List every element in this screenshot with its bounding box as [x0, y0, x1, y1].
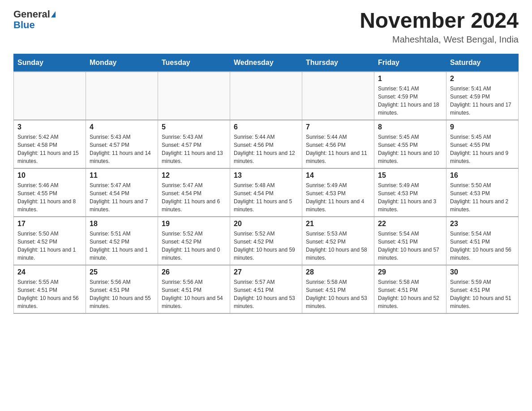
table-row: 25Sunrise: 5:56 AM Sunset: 4:51 PM Dayli… — [86, 265, 158, 313]
table-row: 22Sunrise: 5:54 AM Sunset: 4:51 PM Dayli… — [374, 217, 446, 265]
day-info: Sunrise: 5:58 AM Sunset: 4:51 PM Dayligh… — [306, 278, 370, 310]
day-number: 9 — [450, 123, 515, 131]
day-number: 3 — [17, 123, 82, 131]
day-number: 15 — [378, 171, 442, 180]
day-info: Sunrise: 5:54 AM Sunset: 4:51 PM Dayligh… — [378, 230, 442, 262]
calendar-week-row: 3Sunrise: 5:42 AM Sunset: 4:58 PM Daylig… — [14, 120, 519, 168]
col-tuesday: Tuesday — [158, 54, 230, 72]
day-number: 4 — [90, 123, 154, 131]
day-number: 21 — [306, 220, 370, 228]
day-info: Sunrise: 5:45 AM Sunset: 4:55 PM Dayligh… — [378, 133, 442, 165]
col-thursday: Thursday — [302, 54, 374, 72]
logo: General Blue — [13, 9, 56, 30]
table-row: 16Sunrise: 5:50 AM Sunset: 4:53 PM Dayli… — [446, 168, 519, 217]
day-number: 5 — [162, 123, 226, 131]
logo-general-text: General — [13, 9, 50, 20]
table-row: 30Sunrise: 5:59 AM Sunset: 4:51 PM Dayli… — [446, 265, 519, 313]
page-header: General Blue November 2024 Maheshtala, W… — [13, 9, 519, 45]
day-info: Sunrise: 5:52 AM Sunset: 4:52 PM Dayligh… — [162, 230, 226, 262]
table-row: 28Sunrise: 5:58 AM Sunset: 4:51 PM Dayli… — [302, 265, 374, 313]
table-row: 18Sunrise: 5:51 AM Sunset: 4:52 PM Dayli… — [86, 217, 158, 265]
table-row: 23Sunrise: 5:54 AM Sunset: 4:51 PM Dayli… — [446, 217, 519, 265]
day-info: Sunrise: 5:56 AM Sunset: 4:51 PM Dayligh… — [162, 278, 226, 310]
calendar-table: Sunday Monday Tuesday Wednesday Thursday… — [13, 54, 519, 314]
col-saturday: Saturday — [446, 54, 519, 72]
day-number: 24 — [17, 268, 82, 276]
calendar-week-row: 10Sunrise: 5:46 AM Sunset: 4:55 PM Dayli… — [14, 168, 519, 217]
day-number: 18 — [90, 220, 154, 228]
day-number: 25 — [90, 268, 154, 276]
day-info: Sunrise: 5:48 AM Sunset: 4:54 PM Dayligh… — [234, 181, 298, 214]
col-wednesday: Wednesday — [230, 54, 302, 72]
table-row: 5Sunrise: 5:43 AM Sunset: 4:57 PM Daylig… — [158, 120, 230, 168]
day-number: 6 — [234, 123, 298, 131]
day-info: Sunrise: 5:44 AM Sunset: 4:56 PM Dayligh… — [234, 133, 298, 165]
day-number: 16 — [450, 171, 515, 180]
day-info: Sunrise: 5:58 AM Sunset: 4:51 PM Dayligh… — [378, 278, 442, 310]
day-number: 14 — [306, 171, 370, 180]
col-monday: Monday — [86, 54, 158, 72]
col-friday: Friday — [374, 54, 446, 72]
day-number: 22 — [378, 220, 442, 228]
table-row — [302, 72, 374, 120]
day-info: Sunrise: 5:41 AM Sunset: 4:59 PM Dayligh… — [378, 85, 442, 117]
day-info: Sunrise: 5:52 AM Sunset: 4:52 PM Dayligh… — [234, 230, 298, 262]
day-info: Sunrise: 5:41 AM Sunset: 4:59 PM Dayligh… — [450, 85, 515, 117]
day-info: Sunrise: 5:49 AM Sunset: 4:53 PM Dayligh… — [306, 181, 370, 214]
day-info: Sunrise: 5:47 AM Sunset: 4:54 PM Dayligh… — [90, 181, 154, 214]
day-number: 28 — [306, 268, 370, 276]
table-row: 2Sunrise: 5:41 AM Sunset: 4:59 PM Daylig… — [446, 72, 519, 120]
day-number: 23 — [450, 220, 515, 228]
day-info: Sunrise: 5:44 AM Sunset: 4:56 PM Dayligh… — [306, 133, 370, 165]
table-row: 7Sunrise: 5:44 AM Sunset: 4:56 PM Daylig… — [302, 120, 374, 168]
table-row: 6Sunrise: 5:44 AM Sunset: 4:56 PM Daylig… — [230, 120, 302, 168]
day-number: 12 — [162, 171, 226, 180]
day-info: Sunrise: 5:59 AM Sunset: 4:51 PM Dayligh… — [450, 278, 515, 310]
location-text: Maheshtala, West Bengal, India — [360, 34, 519, 45]
table-row: 21Sunrise: 5:53 AM Sunset: 4:52 PM Dayli… — [302, 217, 374, 265]
day-info: Sunrise: 5:54 AM Sunset: 4:51 PM Dayligh… — [450, 230, 515, 262]
table-row — [158, 72, 230, 120]
day-number: 20 — [234, 220, 298, 228]
table-row — [230, 72, 302, 120]
day-info: Sunrise: 5:56 AM Sunset: 4:51 PM Dayligh… — [90, 278, 154, 310]
table-row: 13Sunrise: 5:48 AM Sunset: 4:54 PM Dayli… — [230, 168, 302, 217]
day-number: 10 — [17, 171, 82, 180]
day-number: 11 — [90, 171, 154, 180]
table-row: 9Sunrise: 5:45 AM Sunset: 4:55 PM Daylig… — [446, 120, 519, 168]
day-info: Sunrise: 5:45 AM Sunset: 4:55 PM Dayligh… — [450, 133, 515, 165]
day-info: Sunrise: 5:53 AM Sunset: 4:52 PM Dayligh… — [306, 230, 370, 262]
day-number: 30 — [450, 268, 515, 276]
day-info: Sunrise: 5:50 AM Sunset: 4:53 PM Dayligh… — [450, 181, 515, 214]
day-number: 8 — [378, 123, 442, 131]
day-number: 29 — [378, 268, 442, 276]
day-number: 13 — [234, 171, 298, 180]
day-number: 27 — [234, 268, 298, 276]
calendar-header-row: Sunday Monday Tuesday Wednesday Thursday… — [14, 54, 519, 72]
day-info: Sunrise: 5:55 AM Sunset: 4:51 PM Dayligh… — [17, 278, 82, 310]
table-row — [86, 72, 158, 120]
table-row: 15Sunrise: 5:49 AM Sunset: 4:53 PM Dayli… — [374, 168, 446, 217]
day-info: Sunrise: 5:57 AM Sunset: 4:51 PM Dayligh… — [234, 278, 298, 310]
logo-blue-text: Blue — [13, 20, 35, 30]
table-row: 14Sunrise: 5:49 AM Sunset: 4:53 PM Dayli… — [302, 168, 374, 217]
logo-triangle-icon — [51, 11, 56, 17]
table-row: 8Sunrise: 5:45 AM Sunset: 4:55 PM Daylig… — [374, 120, 446, 168]
day-number: 1 — [378, 75, 442, 83]
table-row: 11Sunrise: 5:47 AM Sunset: 4:54 PM Dayli… — [86, 168, 158, 217]
col-sunday: Sunday — [14, 54, 86, 72]
day-info: Sunrise: 5:49 AM Sunset: 4:53 PM Dayligh… — [378, 181, 442, 214]
table-row: 3Sunrise: 5:42 AM Sunset: 4:58 PM Daylig… — [14, 120, 86, 168]
day-info: Sunrise: 5:47 AM Sunset: 4:54 PM Dayligh… — [162, 181, 226, 214]
table-row: 27Sunrise: 5:57 AM Sunset: 4:51 PM Dayli… — [230, 265, 302, 313]
month-title: November 2024 — [360, 9, 519, 33]
table-row: 12Sunrise: 5:47 AM Sunset: 4:54 PM Dayli… — [158, 168, 230, 217]
table-row: 20Sunrise: 5:52 AM Sunset: 4:52 PM Dayli… — [230, 217, 302, 265]
day-info: Sunrise: 5:43 AM Sunset: 4:57 PM Dayligh… — [90, 133, 154, 165]
table-row: 29Sunrise: 5:58 AM Sunset: 4:51 PM Dayli… — [374, 265, 446, 313]
table-row: 26Sunrise: 5:56 AM Sunset: 4:51 PM Dayli… — [158, 265, 230, 313]
day-number: 2 — [450, 75, 515, 83]
table-row: 17Sunrise: 5:50 AM Sunset: 4:52 PM Dayli… — [14, 217, 86, 265]
table-row: 4Sunrise: 5:43 AM Sunset: 4:57 PM Daylig… — [86, 120, 158, 168]
day-info: Sunrise: 5:46 AM Sunset: 4:55 PM Dayligh… — [17, 181, 82, 214]
